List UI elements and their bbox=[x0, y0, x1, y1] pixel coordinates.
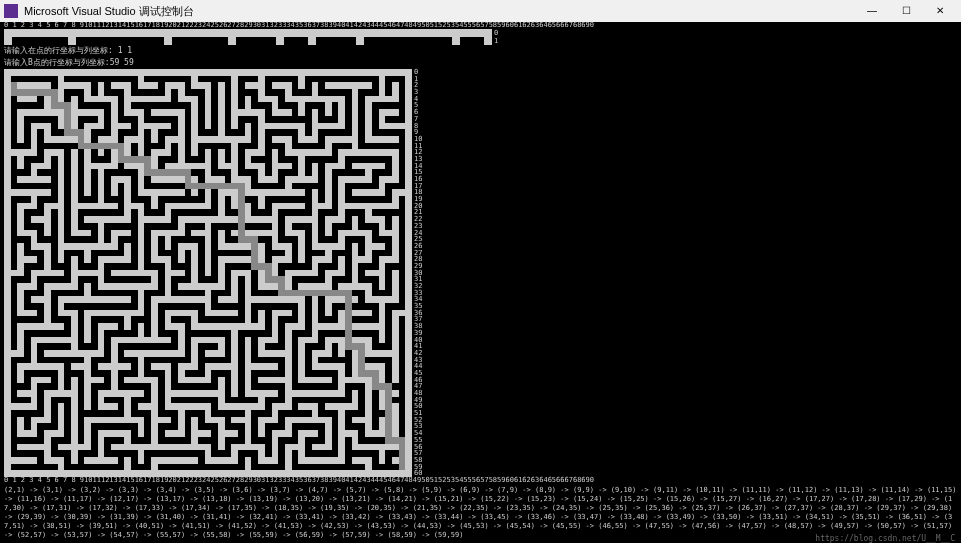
maze-cell bbox=[131, 323, 138, 330]
maze-cell bbox=[231, 370, 238, 377]
maze-cell bbox=[11, 430, 18, 437]
maze-cell bbox=[298, 310, 305, 317]
maze-cell bbox=[178, 290, 185, 297]
maze-cell bbox=[385, 250, 392, 257]
maze-cell bbox=[98, 423, 105, 430]
maze-cell bbox=[312, 156, 319, 163]
maze-cell bbox=[218, 76, 225, 83]
maze-cell bbox=[231, 383, 238, 390]
maze-cell bbox=[305, 377, 312, 384]
maze-cell bbox=[165, 176, 172, 183]
maze-cell bbox=[325, 390, 332, 397]
maze-cell bbox=[171, 350, 178, 357]
maze-cell bbox=[71, 149, 78, 156]
maze-cell bbox=[292, 196, 299, 203]
maze-cell bbox=[58, 89, 65, 96]
maze-cell bbox=[352, 189, 359, 196]
maze-cell bbox=[352, 270, 359, 277]
maze-cell bbox=[98, 330, 105, 337]
maze-cell bbox=[31, 183, 38, 190]
maze-cell bbox=[98, 316, 105, 323]
maze-cell bbox=[151, 276, 158, 283]
maze-cell bbox=[185, 230, 192, 237]
maze-cell bbox=[392, 263, 399, 270]
maze-cell bbox=[318, 156, 325, 163]
maze-cell bbox=[151, 189, 158, 196]
maze-cell bbox=[185, 383, 192, 390]
maze-cell bbox=[91, 270, 98, 277]
maze-cell bbox=[358, 129, 365, 136]
maze-cell bbox=[24, 337, 31, 344]
maze-cell bbox=[71, 216, 78, 223]
maze-cell bbox=[58, 203, 65, 210]
maze-cell bbox=[231, 316, 238, 323]
maze-cell bbox=[348, 37, 356, 45]
maze-cell bbox=[218, 330, 225, 337]
maze-cell bbox=[251, 109, 258, 116]
maze-cell bbox=[272, 82, 279, 89]
maze-cell bbox=[272, 96, 279, 103]
maze-cell bbox=[399, 136, 406, 143]
maze-cell bbox=[158, 337, 165, 344]
maze-cell bbox=[84, 223, 91, 230]
maximize-button[interactable]: ☐ bbox=[889, 0, 923, 22]
maze-cell bbox=[31, 290, 38, 297]
maze-cell bbox=[238, 169, 245, 176]
maze-cell bbox=[124, 76, 131, 83]
maze-cell bbox=[158, 310, 165, 317]
maze-cell bbox=[31, 303, 38, 310]
maze-cell bbox=[292, 464, 299, 471]
maze-cell bbox=[318, 76, 325, 83]
maze-cell bbox=[131, 303, 138, 310]
maze-cell bbox=[231, 236, 238, 243]
maze-cell bbox=[91, 250, 98, 257]
maze-cell bbox=[138, 316, 145, 323]
maze-cell bbox=[399, 316, 406, 323]
maze-cell bbox=[338, 116, 345, 123]
maze-cell bbox=[385, 363, 392, 370]
maze-cell bbox=[358, 450, 365, 457]
maze-cell bbox=[305, 423, 312, 430]
maze-cell bbox=[58, 403, 65, 410]
maze-cell bbox=[24, 230, 31, 237]
maze-cell bbox=[37, 203, 44, 210]
maze-cell bbox=[305, 169, 312, 176]
maze-cell bbox=[171, 156, 178, 163]
maze-cell bbox=[205, 276, 212, 283]
maze-cell bbox=[24, 457, 31, 464]
maze-cell bbox=[78, 417, 85, 424]
maze-cell bbox=[4, 276, 11, 283]
maze-cell bbox=[231, 156, 238, 163]
maze-cell bbox=[352, 276, 359, 283]
maze-cell bbox=[37, 169, 44, 176]
maze-cell bbox=[385, 69, 392, 76]
maze-cell bbox=[332, 444, 339, 451]
close-button[interactable]: ✕ bbox=[923, 0, 957, 22]
maze-cell bbox=[91, 76, 98, 83]
maze-cell bbox=[44, 169, 51, 176]
maze-cell bbox=[218, 390, 225, 397]
maze-cell bbox=[151, 163, 158, 170]
maze-cell bbox=[298, 437, 305, 444]
maze-cell bbox=[231, 423, 238, 430]
maze-cell bbox=[144, 270, 151, 277]
maze-cell bbox=[372, 270, 379, 277]
maze-cell bbox=[24, 129, 31, 136]
maze-cell bbox=[468, 37, 476, 45]
maze-cell bbox=[185, 189, 192, 196]
maze-cell bbox=[71, 310, 78, 317]
maze-cell bbox=[218, 397, 225, 404]
maze-cell bbox=[292, 397, 299, 404]
minimize-button[interactable]: — bbox=[855, 0, 889, 22]
maze-cell bbox=[144, 69, 151, 76]
maze-cell bbox=[345, 183, 352, 190]
maze-cell bbox=[151, 76, 158, 83]
maze-cell bbox=[325, 189, 332, 196]
maze-cell bbox=[64, 189, 71, 196]
maze-cell bbox=[272, 163, 279, 170]
maze-cell bbox=[325, 403, 332, 410]
maze-cell bbox=[111, 109, 118, 116]
maze-cell bbox=[37, 156, 44, 163]
maze-cell bbox=[205, 403, 212, 410]
maze-cell bbox=[312, 209, 319, 216]
